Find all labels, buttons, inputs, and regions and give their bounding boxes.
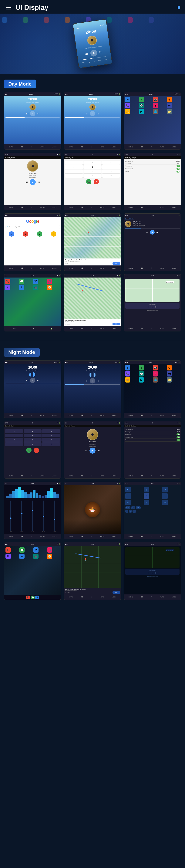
social-next-btn[interactable]: ⏭ — [157, 231, 158, 233]
arrow-l[interactable]: ← — [125, 493, 131, 499]
day-play-2[interactable]: ⏸ — [90, 111, 95, 116]
quick-link-4[interactable]: F — [51, 231, 56, 237]
nav-bt-phone[interactable]: ☎ — [21, 207, 23, 208]
bt-next-btn[interactable]: ⏭ — [37, 181, 40, 183]
night-music-phone[interactable]: ☎ — [81, 475, 83, 477]
nav-map-phone[interactable]: ☎ — [81, 267, 83, 269]
night-eq-apps[interactable]: APPS — [52, 536, 56, 537]
extra-btn-1[interactable]: + — [125, 510, 128, 513]
ios-facetime[interactable]: 📹 — [33, 285, 38, 290]
app-phone[interactable]: 📞 — [125, 103, 130, 108]
nav-star-1[interactable]: ☆ — [31, 146, 32, 148]
extra-btn-3[interactable]: ⟳ — [133, 510, 136, 513]
nav-settings-auto[interactable]: AUTO — [160, 207, 164, 208]
nav-bt-star[interactable]: ☆ — [31, 207, 32, 208]
night-nav-email-3[interactable]: EMAIL — [129, 414, 133, 416]
google-search-bar[interactable]: 🔍 Search or type URL — [5, 225, 60, 229]
night-num-0[interactable]: 0 — [24, 442, 42, 446]
quick-link-3[interactable]: M — [37, 231, 42, 237]
social-play-btn[interactable]: ▶ — [150, 230, 155, 235]
night-settings-phone[interactable]: ☎ — [141, 475, 143, 477]
nav-google-star[interactable]: ☆ — [31, 267, 32, 269]
night-nav-auto-3[interactable]: AUTO — [160, 414, 164, 416]
night-food-phone[interactable]: ☎ — [81, 536, 83, 537]
nav-auto-2[interactable]: AUTO — [100, 146, 104, 148]
nav-email-2[interactable]: EMAIL — [69, 146, 73, 148]
nav-settings-phone[interactable]: ☎ — [141, 207, 143, 208]
day-next-2[interactable]: ⏭ — [97, 112, 99, 115]
night-music-apps[interactable]: APPS — [112, 475, 116, 477]
num-0[interactable]: 0 — [83, 174, 101, 178]
ios-maps[interactable]: 🗺 — [33, 279, 38, 284]
night-np-prev[interactable]: ⏮ — [148, 572, 150, 574]
night-num-star[interactable]: * — [5, 442, 23, 446]
nav-phone-2[interactable]: ☎ — [81, 146, 83, 148]
nav-bt-email[interactable]: EMAIL — [9, 207, 13, 208]
nav-social-phone[interactable]: ☎ — [141, 267, 143, 269]
night-app-bt[interactable]: B — [153, 371, 158, 376]
night-ios-phone[interactable]: 📞 — [5, 547, 11, 553]
eq-band-3[interactable]: 1KHz — [27, 501, 38, 532]
night-bt-prev[interactable]: ⏮ — [85, 449, 87, 452]
night-arrows-email[interactable]: EMAIL — [129, 536, 133, 537]
night-np-star[interactable]: ☆ — [151, 596, 152, 598]
night-food-auto[interactable]: AUTO — [100, 536, 104, 537]
arrow-d[interactable]: ↓ — [144, 500, 149, 505]
night-num-hash[interactable]: # — [42, 442, 60, 446]
num-7[interactable]: 7 — [65, 169, 83, 173]
night-navmap-auto[interactable]: AUTO — [100, 596, 104, 598]
nav-np-star[interactable]: ☆ — [151, 328, 152, 330]
night-np-play[interactable]: ▶ — [152, 572, 153, 574]
nav-settings-apps[interactable]: APPS — [173, 207, 176, 208]
arrow-center[interactable]: • — [144, 493, 149, 499]
nav-call-phone[interactable]: ☎ — [81, 207, 83, 208]
night-nav-auto-1[interactable]: AUTO — [41, 414, 45, 416]
nav-settings-email[interactable]: EMAIL — [129, 207, 133, 208]
eq-band-4[interactable]: 5KHz — [38, 501, 49, 532]
nav-google-email[interactable]: EMAIL — [9, 267, 13, 269]
night-app-browser[interactable]: 🌐 — [153, 377, 158, 382]
night-np-apps[interactable]: APPS — [173, 596, 176, 598]
night-prev-1[interactable]: ⏮ — [26, 379, 28, 381]
eq-band-5[interactable]: 12KHz — [49, 501, 60, 532]
ios-messages[interactable]: 💬 — [19, 279, 24, 284]
nav-call-email[interactable]: EMAIL — [69, 207, 73, 208]
go-button[interactable]: GO — [112, 262, 120, 265]
nav-social-email[interactable]: EMAIL — [129, 267, 133, 269]
nav-social-auto[interactable]: AUTO — [160, 267, 164, 269]
night-music-auto[interactable]: AUTO — [100, 475, 104, 477]
night-bt-play[interactable]: ▶ — [89, 447, 96, 454]
hero-prev-icon[interactable]: ⏮ — [85, 52, 88, 56]
day-prev-2[interactable]: ⏮ — [86, 112, 88, 115]
night-call-star[interactable]: ☆ — [31, 475, 32, 477]
nav-phone-1[interactable]: ☎ — [21, 146, 23, 148]
night-nav-phone-3[interactable]: ☎ — [141, 414, 143, 416]
ios-podcasts[interactable]: 🎙 — [5, 285, 10, 290]
night-nav-star-3[interactable]: ☆ — [151, 414, 152, 416]
app-wechat[interactable]: 💬 — [139, 103, 144, 108]
night-settings-apps[interactable]: APPS — [173, 475, 176, 477]
arrow-ul[interactable]: ↖ — [125, 487, 131, 492]
night-navmap-apps[interactable]: APPS — [112, 596, 116, 598]
num-hash[interactable]: # — [102, 174, 120, 178]
night-np-auto[interactable]: AUTO — [160, 596, 164, 598]
night-nav-auto-2[interactable]: AUTO — [100, 414, 104, 416]
night-auto-answer-toggle[interactable] — [177, 433, 180, 435]
night-num-6[interactable]: 6 — [42, 434, 60, 437]
nav2-phone[interactable]: ☎ — [81, 328, 83, 330]
night-play-2[interactable]: ⏸ — [90, 378, 95, 383]
night-ios-facetime[interactable]: 📹 — [33, 554, 38, 559]
arrow-dr[interactable]: ↘ — [162, 500, 168, 505]
np-play-btn[interactable]: ▶ — [152, 306, 153, 308]
night-app-phone[interactable]: 📞 — [125, 371, 130, 376]
hero-play-button[interactable]: ⏸ — [90, 49, 98, 57]
hero-nav-phone[interactable]: ☎ — [89, 61, 90, 63]
app-settings[interactable]: ⚙ — [167, 97, 172, 102]
night-nav-email-1[interactable]: EMAIL — [9, 414, 13, 416]
night-end-btn[interactable]: ✕ — [34, 447, 39, 453]
night-ios-podcasts[interactable]: 🎙 — [5, 554, 11, 559]
night-music-star[interactable]: ☆ — [91, 475, 92, 477]
night-app-nav[interactable]: 🗺 — [167, 371, 172, 376]
night-auto-connect-toggle[interactable] — [177, 436, 180, 438]
night-music-email[interactable]: EMAIL — [69, 475, 73, 477]
